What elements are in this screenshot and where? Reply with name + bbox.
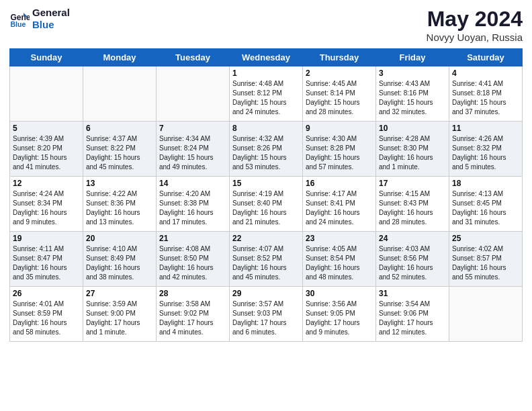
location: Novyy Uoyan, Russia bbox=[427, 32, 523, 43]
calendar-week-row: 12Sunrise: 4:24 AM Sunset: 8:34 PM Dayli… bbox=[10, 177, 523, 232]
month-year: May 2024 bbox=[427, 7, 523, 32]
day-info: Sunrise: 4:03 AM Sunset: 8:56 PM Dayligh… bbox=[379, 244, 446, 282]
day-number: 6 bbox=[86, 124, 153, 133]
table-row: 3Sunrise: 4:43 AM Sunset: 8:16 PM Daylig… bbox=[376, 66, 449, 122]
day-number: 3 bbox=[379, 68, 446, 78]
table-row: 21Sunrise: 4:08 AM Sunset: 8:50 PM Dayli… bbox=[157, 232, 230, 287]
day-info: Sunrise: 4:34 AM Sunset: 8:24 PM Dayligh… bbox=[159, 134, 226, 172]
table-row: 27Sunrise: 3:59 AM Sunset: 9:00 PM Dayli… bbox=[83, 287, 157, 342]
day-number: 20 bbox=[86, 234, 153, 243]
day-number: 22 bbox=[232, 234, 300, 243]
header-wednesday: Wednesday bbox=[230, 49, 303, 66]
day-info: Sunrise: 4:41 AM Sunset: 8:18 PM Dayligh… bbox=[452, 79, 519, 117]
table-row: 26Sunrise: 4:01 AM Sunset: 8:59 PM Dayli… bbox=[10, 287, 83, 342]
day-number: 25 bbox=[452, 234, 519, 243]
table-row: 22Sunrise: 4:07 AM Sunset: 8:52 PM Dayli… bbox=[230, 232, 303, 287]
table-row: 4Sunrise: 4:41 AM Sunset: 8:18 PM Daylig… bbox=[449, 66, 523, 122]
day-info: Sunrise: 4:15 AM Sunset: 8:43 PM Dayligh… bbox=[379, 189, 446, 227]
header-friday: Friday bbox=[376, 49, 449, 66]
day-number: 16 bbox=[306, 179, 373, 188]
day-info: Sunrise: 4:08 AM Sunset: 8:50 PM Dayligh… bbox=[159, 244, 226, 282]
table-row: 24Sunrise: 4:03 AM Sunset: 8:56 PM Dayli… bbox=[376, 232, 449, 287]
day-info: Sunrise: 4:11 AM Sunset: 8:47 PM Dayligh… bbox=[13, 244, 80, 282]
calendar-week-row: 19Sunrise: 4:11 AM Sunset: 8:47 PM Dayli… bbox=[10, 232, 523, 287]
day-number: 30 bbox=[306, 289, 373, 298]
day-number: 27 bbox=[86, 289, 153, 298]
header-sunday: Sunday bbox=[10, 49, 83, 66]
calendar: Sunday Monday Tuesday Wednesday Thursday… bbox=[9, 48, 523, 342]
table-row: 14Sunrise: 4:20 AM Sunset: 8:38 PM Dayli… bbox=[157, 177, 230, 232]
table-row: 11Sunrise: 4:26 AM Sunset: 8:32 PM Dayli… bbox=[449, 122, 523, 177]
day-number: 14 bbox=[159, 179, 226, 188]
table-row bbox=[157, 66, 230, 122]
day-number: 18 bbox=[452, 179, 519, 188]
day-info: Sunrise: 4:07 AM Sunset: 8:52 PM Dayligh… bbox=[232, 244, 300, 282]
day-info: Sunrise: 3:59 AM Sunset: 9:00 PM Dayligh… bbox=[86, 300, 153, 337]
day-info: Sunrise: 4:48 AM Sunset: 8:12 PM Dayligh… bbox=[232, 79, 300, 117]
day-number: 17 bbox=[379, 179, 446, 188]
day-number: 12 bbox=[13, 179, 80, 188]
table-row: 9Sunrise: 4:30 AM Sunset: 8:28 PM Daylig… bbox=[303, 122, 376, 177]
day-info: Sunrise: 4:30 AM Sunset: 8:28 PM Dayligh… bbox=[306, 134, 373, 172]
day-info: Sunrise: 4:22 AM Sunset: 8:36 PM Dayligh… bbox=[86, 189, 153, 227]
table-row: 7Sunrise: 4:34 AM Sunset: 8:24 PM Daylig… bbox=[157, 122, 230, 177]
day-number: 8 bbox=[232, 124, 300, 133]
table-row: 25Sunrise: 4:02 AM Sunset: 8:57 PM Dayli… bbox=[449, 232, 523, 287]
day-info: Sunrise: 4:19 AM Sunset: 8:40 PM Dayligh… bbox=[232, 189, 300, 227]
day-info: Sunrise: 4:10 AM Sunset: 8:49 PM Dayligh… bbox=[86, 244, 153, 282]
day-number: 11 bbox=[452, 124, 519, 133]
day-info: Sunrise: 4:45 AM Sunset: 8:14 PM Dayligh… bbox=[306, 79, 373, 117]
svg-text:Blue: Blue bbox=[11, 20, 26, 28]
day-info: Sunrise: 4:02 AM Sunset: 8:57 PM Dayligh… bbox=[452, 244, 519, 282]
table-row: 17Sunrise: 4:15 AM Sunset: 8:43 PM Dayli… bbox=[376, 177, 449, 232]
table-row: 10Sunrise: 4:28 AM Sunset: 8:30 PM Dayli… bbox=[376, 122, 449, 177]
table-row: 29Sunrise: 3:57 AM Sunset: 9:03 PM Dayli… bbox=[230, 287, 303, 342]
table-row: 5Sunrise: 4:39 AM Sunset: 8:20 PM Daylig… bbox=[10, 122, 83, 177]
title-block: May 2024 Novyy Uoyan, Russia bbox=[427, 7, 523, 43]
day-number: 1 bbox=[232, 68, 300, 78]
header: General Blue General Blue May 2024 Novyy… bbox=[9, 7, 523, 43]
day-number: 9 bbox=[306, 124, 373, 133]
day-number: 15 bbox=[232, 179, 300, 188]
header-thursday: Thursday bbox=[303, 49, 376, 66]
day-info: Sunrise: 4:28 AM Sunset: 8:30 PM Dayligh… bbox=[379, 134, 446, 172]
day-info: Sunrise: 3:56 AM Sunset: 9:05 PM Dayligh… bbox=[306, 300, 373, 337]
day-number: 13 bbox=[86, 179, 153, 188]
table-row: 16Sunrise: 4:17 AM Sunset: 8:41 PM Dayli… bbox=[303, 177, 376, 232]
table-row bbox=[83, 66, 157, 122]
table-row bbox=[449, 287, 523, 342]
table-row: 19Sunrise: 4:11 AM Sunset: 8:47 PM Dayli… bbox=[10, 232, 83, 287]
table-row: 13Sunrise: 4:22 AM Sunset: 8:36 PM Dayli… bbox=[83, 177, 157, 232]
day-info: Sunrise: 4:43 AM Sunset: 8:16 PM Dayligh… bbox=[379, 79, 446, 117]
header-monday: Monday bbox=[83, 49, 157, 66]
day-info: Sunrise: 4:17 AM Sunset: 8:41 PM Dayligh… bbox=[306, 189, 373, 227]
calendar-week-row: 1Sunrise: 4:48 AM Sunset: 8:12 PM Daylig… bbox=[10, 66, 523, 122]
calendar-week-row: 5Sunrise: 4:39 AM Sunset: 8:20 PM Daylig… bbox=[10, 122, 523, 177]
logo-icon: General Blue bbox=[9, 9, 30, 29]
day-number: 10 bbox=[379, 124, 446, 133]
table-row: 20Sunrise: 4:10 AM Sunset: 8:49 PM Dayli… bbox=[83, 232, 157, 287]
logo-blue: Blue bbox=[32, 19, 70, 31]
weekday-header-row: Sunday Monday Tuesday Wednesday Thursday… bbox=[10, 49, 523, 66]
day-info: Sunrise: 4:37 AM Sunset: 8:22 PM Dayligh… bbox=[86, 134, 153, 172]
day-number: 23 bbox=[306, 234, 373, 243]
table-row bbox=[10, 66, 83, 122]
table-row: 15Sunrise: 4:19 AM Sunset: 8:40 PM Dayli… bbox=[230, 177, 303, 232]
table-row: 30Sunrise: 3:56 AM Sunset: 9:05 PM Dayli… bbox=[303, 287, 376, 342]
day-info: Sunrise: 3:57 AM Sunset: 9:03 PM Dayligh… bbox=[232, 300, 300, 337]
day-number: 28 bbox=[159, 289, 226, 298]
logo: General Blue General Blue bbox=[9, 7, 70, 31]
day-info: Sunrise: 4:24 AM Sunset: 8:34 PM Dayligh… bbox=[13, 189, 80, 227]
table-row: 31Sunrise: 3:54 AM Sunset: 9:06 PM Dayli… bbox=[376, 287, 449, 342]
day-info: Sunrise: 4:20 AM Sunset: 8:38 PM Dayligh… bbox=[159, 189, 226, 227]
day-info: Sunrise: 3:58 AM Sunset: 9:02 PM Dayligh… bbox=[159, 300, 226, 337]
table-row: 6Sunrise: 4:37 AM Sunset: 8:22 PM Daylig… bbox=[83, 122, 157, 177]
day-info: Sunrise: 4:01 AM Sunset: 8:59 PM Dayligh… bbox=[13, 300, 80, 337]
day-number: 7 bbox=[159, 124, 226, 133]
day-number: 31 bbox=[379, 289, 446, 298]
day-number: 19 bbox=[13, 234, 80, 243]
day-info: Sunrise: 4:26 AM Sunset: 8:32 PM Dayligh… bbox=[452, 134, 519, 172]
day-number: 5 bbox=[13, 124, 80, 133]
header-tuesday: Tuesday bbox=[157, 49, 230, 66]
day-number: 2 bbox=[306, 68, 373, 78]
